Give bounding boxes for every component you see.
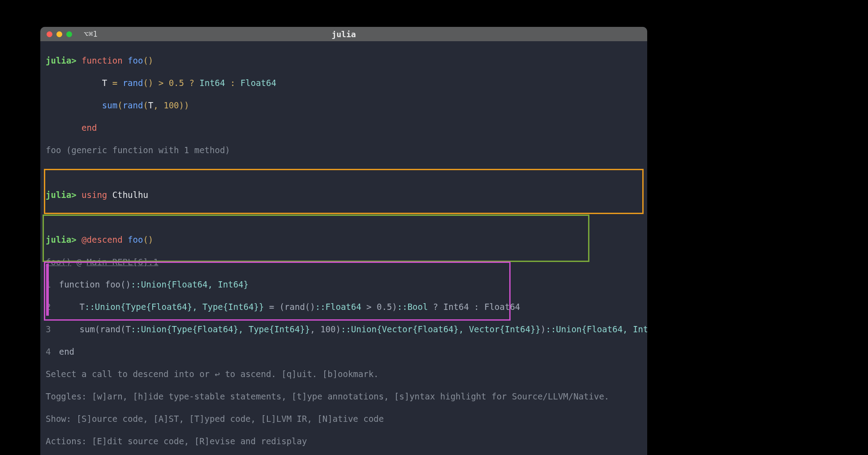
help-line: Toggles: [w]arn, [h]ide type-stable stat…	[46, 391, 642, 402]
traffic-lights	[40, 31, 72, 37]
repl-line: julia> using Cthulhu	[46, 189, 642, 201]
output-line: foo (generic function with 1 method)	[46, 145, 642, 156]
typed-line: 3 sum(rand(T::Union{Type{Float64}, Type{…	[46, 324, 642, 335]
close-icon[interactable]	[47, 31, 52, 37]
terminal-window: ⌥⌘1 julia julia> function foo() T = rand…	[40, 27, 647, 455]
blank-line	[46, 212, 642, 223]
terminal-body[interactable]: julia> function foo() T = rand() > 0.5 ?…	[40, 41, 647, 455]
blank-line	[46, 167, 642, 178]
repl-line: julia> @descend foo()	[46, 234, 642, 245]
method-header: foo() @ Main REPL[6]:1	[46, 257, 642, 268]
typed-line: 4 end	[46, 346, 642, 357]
window-title: julia	[40, 29, 647, 40]
help-line: Actions: [E]dit source code, [R]evise an…	[46, 436, 642, 447]
typed-line: 1 function foo()::Union{Float64, Int64}	[46, 279, 642, 290]
minimize-icon[interactable]	[56, 31, 62, 37]
typed-line: 2 T::Union{Type{Float64}, Type{Int64}} =…	[46, 301, 642, 313]
zoom-icon[interactable]	[66, 31, 72, 37]
titlebar: ⌥⌘1 julia	[40, 27, 647, 41]
repl-line: T = rand() > 0.5 ? Int64 : Float64	[46, 77, 642, 89]
prompt: julia>	[46, 56, 77, 65]
repl-line: end	[46, 122, 642, 133]
help-line: Show: [S]ource code, [A]ST, [T]yped code…	[46, 413, 642, 425]
tab-label: ⌥⌘1	[84, 29, 98, 40]
repl-line: sum(rand(T, 100))	[46, 100, 642, 111]
help-line: Select a call to descend into or ↩ to as…	[46, 369, 642, 380]
repl-line: julia> function foo()	[46, 55, 642, 66]
